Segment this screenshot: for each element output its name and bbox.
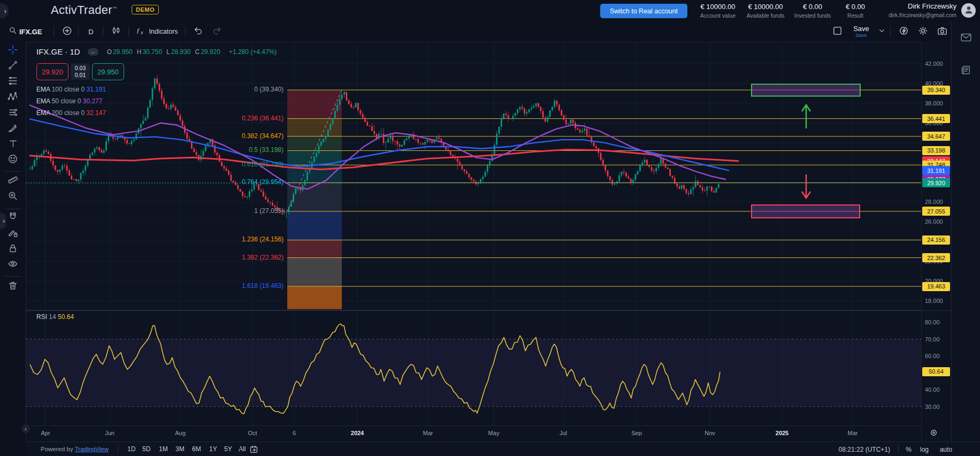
tool-brush[interactable] [5,121,20,136]
collapse-panel-tab[interactable]: › [0,3,9,18]
add-symbol-button[interactable] [58,21,76,42]
tool-trash[interactable] [5,279,20,294]
range-button-5d[interactable]: 5D [140,445,152,453]
scale-mode-auto[interactable]: auto [940,446,952,453]
price-scale[interactable]: 42.00040.00038.00036.00028.00026.00022.0… [921,42,952,442]
toolbar-separator [53,26,54,37]
tool-trend-line[interactable] [5,59,20,74]
forecast-icon [7,107,18,120]
scroll-to-realtime-icon[interactable] [930,429,938,439]
collapse-axis-tab[interactable]: ‹ [21,424,30,433]
xabcd-pattern-icon [7,91,18,104]
rsi-tick: 70.00 [925,336,940,343]
bottom-bar: Powered by TradingView 1D5D1M3M6M1Y5YAll… [26,442,980,456]
settings-button[interactable] [914,21,932,42]
hide-indicator-button[interactable]: – [88,48,98,56]
pane-separator[interactable] [922,310,952,311]
tool-ruler[interactable] [5,173,20,188]
time-tick: Jun [105,430,114,436]
chart-style-button[interactable] [106,21,126,42]
switch-to-real-account-button[interactable]: Switch to Real account [600,4,687,18]
lock-icon [7,243,18,256]
scale-mode-log[interactable]: log [920,446,929,453]
range-button-all[interactable]: All [236,445,248,453]
avatar[interactable] [961,3,976,18]
arrow-up-drawing[interactable] [802,105,810,128]
tool-edit-lock[interactable] [5,226,20,241]
price-tick: 18.000 [925,298,943,304]
ema-legend-row[interactable]: EMA 50 close 0 30.277 [36,97,102,105]
rsi-tick: 30.00 [925,404,940,410]
mail-button[interactable] [959,31,974,46]
tool-text[interactable] [5,137,20,152]
ema-legend-row[interactable]: EMA 100 close 0 31.191 [36,86,106,93]
time-tick: Oct [248,430,257,436]
range-button-1m[interactable]: 1M [157,445,170,453]
chart-toolbar: IFX.GE D ƒx Indicators Save Save [0,21,980,42]
tool-forecast[interactable] [5,106,20,121]
redo-button[interactable] [209,21,225,42]
scale-mode-%[interactable]: % [906,446,912,453]
rsi-legend[interactable]: RSI 14 50.64 [36,313,74,321]
interval-button[interactable]: D [81,21,101,42]
rsi-pane [26,324,921,414]
save-menu-button[interactable] [875,21,888,42]
time-tick: Apr [41,430,50,436]
tradingview-link[interactable]: TradingView [75,446,109,452]
time-axis[interactable]: AprJunAugOct62024MarMayJulSepNov2025Mar [26,425,921,442]
buy-button[interactable]: 29.950 [92,63,124,80]
clock[interactable]: 08:21:22 (UTC+1) [839,446,890,453]
change-value: +1.280 (+4.47%) [229,48,277,56]
screenshot-button[interactable] [933,21,951,42]
time-tick: May [488,430,500,436]
toolbar-divider [4,209,21,209]
range-button-6m[interactable]: 6M [190,445,203,453]
chevron-right-icon: › [4,7,6,15]
user-info[interactable]: Dirk Friczewsky dirk.friczewsky@gmail.co… [889,2,956,18]
bottombar-separator [898,445,899,453]
ema-legend-row[interactable]: EMA 200 close 0 32.147 [36,109,106,117]
time-tick: Mar [848,430,858,436]
toolbar-divider [4,171,21,172]
tool-xabcd-pattern[interactable] [5,90,20,105]
crosshair-icon [7,44,18,57]
tool-lock[interactable] [5,242,20,257]
rectangle-drawing-bottom[interactable] [752,205,860,218]
ema-params: 50 close 0 [52,97,81,105]
price-chart[interactable] [26,42,921,425]
news-button[interactable] [959,63,974,78]
tool-zoom-in[interactable] [5,189,20,204]
stat-value: € 0.00 [824,3,887,11]
tool-crosshair[interactable] [5,43,20,58]
go-to-date-button[interactable] [247,444,261,456]
symbol-search-button[interactable]: IFX.GE [19,21,42,42]
price-badge: 36.441 [922,114,950,123]
bottombar-separator [118,445,118,453]
save-button[interactable]: Save Save [849,21,873,42]
account-stat: € 0.00Result [824,3,887,19]
range-button-1d[interactable]: 1D [125,445,137,453]
price-badge: 24.156 [922,235,950,245]
undo-button[interactable] [190,21,206,42]
rectangle-drawing-top[interactable] [752,84,860,96]
time-tick: Aug [175,430,186,436]
range-button-1y[interactable]: 1Y [207,445,219,453]
collapse-drawing-toolbar-tab[interactable]: › [0,213,6,229]
indicators-button[interactable]: ƒx Indicators [133,21,181,42]
tool-emoji[interactable] [5,153,20,168]
price-badge: 39.340 [922,86,950,95]
arrow-down-drawing[interactable] [802,174,810,198]
search-icon[interactable] [6,21,19,42]
sell-button[interactable]: 29.920 [36,63,68,80]
range-button-3m[interactable]: 3M [173,445,187,453]
fib-level-label: 1.382 (22.362) [209,254,284,261]
alert-button[interactable] [894,21,913,42]
tool-fib-retracement[interactable] [5,74,20,89]
chart-title[interactable]: IFX.GE · 1D [36,47,80,56]
multichart-checkbox[interactable] [829,21,845,42]
tool-eye[interactable] [5,257,20,272]
demo-badge: DEMO [132,5,159,14]
tool-magnet[interactable] [5,210,20,225]
price-badge: 34.647 [922,132,950,141]
range-button-5y[interactable]: 5Y [222,445,234,453]
